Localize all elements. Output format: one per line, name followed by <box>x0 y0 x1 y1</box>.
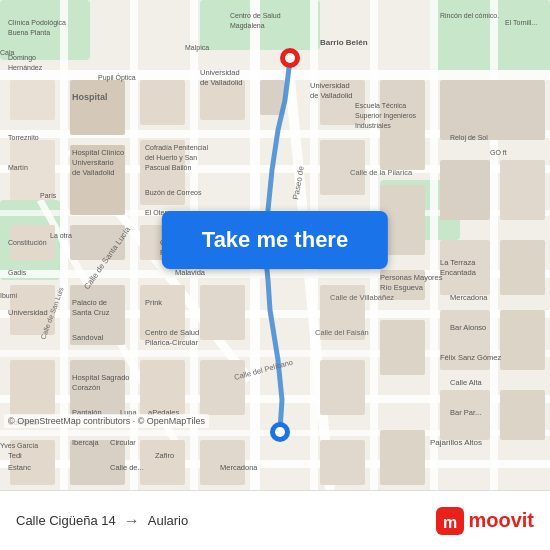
svg-rect-40 <box>440 160 490 220</box>
svg-text:Calle de...: Calle de... <box>110 463 144 472</box>
svg-text:Santa Cruz: Santa Cruz <box>72 308 110 317</box>
svg-text:La otra: La otra <box>50 232 72 239</box>
svg-text:Hospital: Hospital <box>72 92 108 102</box>
svg-text:Calle del Faisán: Calle del Faisán <box>315 328 369 337</box>
svg-text:Universidad: Universidad <box>310 81 350 90</box>
destination-label: Aulario <box>148 513 188 528</box>
svg-rect-27 <box>10 80 55 120</box>
svg-text:Prink: Prink <box>145 298 162 307</box>
svg-text:Clínica Podológica: Clínica Podológica <box>8 19 66 27</box>
svg-rect-57 <box>500 310 545 370</box>
svg-text:Barrio Belén: Barrio Belén <box>320 38 368 47</box>
svg-text:Ibercaja: Ibercaja <box>72 438 100 447</box>
svg-text:Gadis: Gadis <box>8 269 27 276</box>
svg-text:Sandoval: Sandoval <box>72 333 104 342</box>
svg-rect-58 <box>10 360 55 415</box>
svg-text:Bar Par...: Bar Par... <box>450 408 481 417</box>
svg-text:Universidad: Universidad <box>8 308 48 317</box>
map-container: Calle de Santa Lucía Calle de San Luis P… <box>0 0 550 490</box>
svg-rect-31 <box>140 80 185 125</box>
svg-rect-29 <box>70 80 125 135</box>
svg-text:Pilarica-Circular: Pilarica-Circular <box>145 338 198 347</box>
svg-text:Superior Ingenieros: Superior Ingenieros <box>355 112 417 120</box>
svg-text:Torreznito: Torreznito <box>8 134 39 141</box>
svg-rect-67 <box>140 440 185 485</box>
svg-rect-39 <box>440 80 545 140</box>
svg-text:El Tornill...: El Tornill... <box>505 19 537 26</box>
svg-rect-41 <box>500 160 545 220</box>
svg-text:Industriales: Industriales <box>355 122 391 129</box>
svg-text:Hospital Sagrado: Hospital Sagrado <box>72 373 130 382</box>
svg-text:Malpica: Malpica <box>185 44 209 52</box>
svg-text:de Valladolid: de Valladolid <box>72 168 114 177</box>
svg-text:Pajarillos Altos: Pajarillos Altos <box>430 438 482 447</box>
svg-text:Corazón: Corazón <box>72 383 100 392</box>
svg-text:Zafiro: Zafiro <box>155 451 174 460</box>
svg-text:Cala: Cala <box>0 49 15 56</box>
svg-text:GO ft: GO ft <box>490 149 507 156</box>
svg-text:Constitución: Constitución <box>8 239 47 246</box>
svg-rect-70 <box>380 430 425 485</box>
svg-rect-22 <box>430 0 438 490</box>
svg-rect-61 <box>200 360 245 415</box>
svg-text:Bar Alonso: Bar Alonso <box>450 323 486 332</box>
svg-text:Estanc: Estanc <box>8 463 31 472</box>
svg-rect-62 <box>320 360 365 415</box>
svg-rect-23 <box>490 0 498 490</box>
bottom-bar: Calle Cigüeña 14 → Aulario m moovit <box>0 490 550 550</box>
svg-text:Mercadona: Mercadona <box>450 293 488 302</box>
svg-point-74 <box>275 427 285 437</box>
svg-text:Magdalena: Magdalena <box>230 22 265 30</box>
svg-text:Yves García: Yves García <box>0 442 38 449</box>
svg-text:Rincón del cómico.: Rincón del cómico. <box>440 12 499 19</box>
moovit-logo: m moovit <box>436 507 534 535</box>
svg-rect-60 <box>140 360 185 415</box>
svg-text:Palacio de: Palacio de <box>72 298 107 307</box>
svg-text:Malavida: Malavida <box>175 268 206 277</box>
svg-text:del Huerto y San: del Huerto y San <box>145 154 197 162</box>
svg-rect-69 <box>320 440 365 485</box>
svg-text:de Valladolid: de Valladolid <box>200 78 242 87</box>
origin-label: Calle Cigüeña 14 <box>16 513 116 528</box>
svg-text:Personas Mayores: Personas Mayores <box>380 273 443 282</box>
map-attribution: © OpenStreetMap contributors · © OpenMap… <box>4 414 209 428</box>
svg-text:Reloj de Sol: Reloj de Sol <box>450 134 488 142</box>
svg-text:Martín: Martín <box>8 164 28 171</box>
svg-rect-53 <box>380 320 425 375</box>
svg-text:Calle Alta: Calle Alta <box>450 378 483 387</box>
svg-text:Río Esgueva: Río Esgueva <box>380 283 424 292</box>
route-arrow-icon: → <box>124 512 140 530</box>
svg-text:Pupil Óptica: Pupil Óptica <box>98 73 136 82</box>
svg-text:Ibumi: Ibumi <box>0 292 18 299</box>
svg-text:Escuela Técnica: Escuela Técnica <box>355 102 406 109</box>
svg-text:Universitario: Universitario <box>72 158 114 167</box>
svg-text:Buena Planta: Buena Planta <box>8 29 50 36</box>
svg-rect-64 <box>500 390 545 440</box>
svg-text:Encantada: Encantada <box>440 268 477 277</box>
svg-rect-55 <box>500 240 545 295</box>
svg-text:Calle de la Pilarica: Calle de la Pilarica <box>350 168 413 177</box>
svg-text:Hernández: Hernández <box>8 64 43 71</box>
svg-rect-49 <box>200 285 245 340</box>
svg-point-72 <box>285 53 295 63</box>
svg-text:Centro de Salud: Centro de Salud <box>145 328 199 337</box>
svg-text:Tedi: Tedi <box>8 451 22 460</box>
route-info: Calle Cigüeña 14 → Aulario <box>16 512 188 530</box>
svg-text:Hospital Clínico: Hospital Clínico <box>72 148 124 157</box>
moovit-icon: m <box>436 507 464 535</box>
svg-text:Pascual Bailón: Pascual Bailón <box>145 164 191 171</box>
svg-text:Centro de Salud: Centro de Salud <box>230 12 281 19</box>
svg-text:Félix Sanz Gómez: Félix Sanz Gómez <box>440 353 502 362</box>
svg-text:Universidad: Universidad <box>200 68 240 77</box>
svg-text:m: m <box>443 514 457 531</box>
take-me-there-button[interactable]: Take me there <box>162 211 388 269</box>
svg-text:París: París <box>40 192 57 199</box>
svg-text:de Valladolid: de Valladolid <box>310 91 352 100</box>
svg-text:La Terraza: La Terraza <box>440 258 476 267</box>
svg-text:Calle de Villabáñez: Calle de Villabáñez <box>330 293 394 302</box>
svg-rect-6 <box>0 70 550 80</box>
svg-text:Mercadona: Mercadona <box>220 463 258 472</box>
moovit-brand-text: moovit <box>468 509 534 532</box>
svg-text:Buzón de Correos: Buzón de Correos <box>145 189 202 196</box>
svg-text:Circular: Circular <box>110 438 136 447</box>
